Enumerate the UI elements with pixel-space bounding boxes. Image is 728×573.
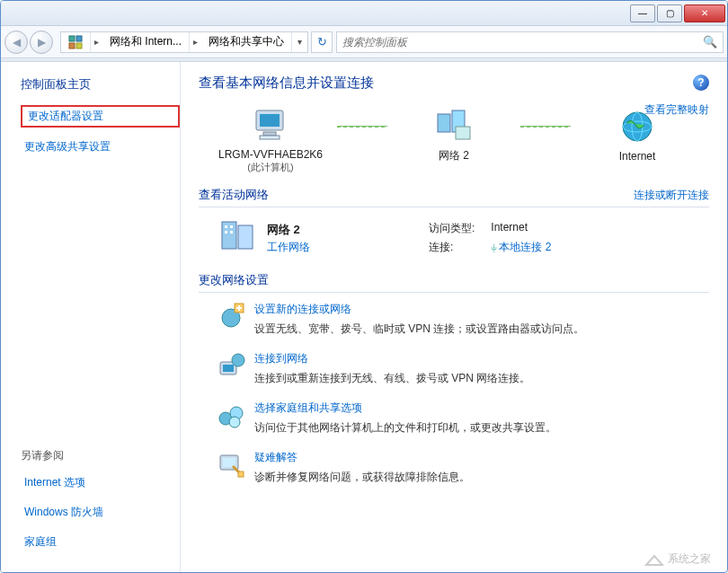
- window-title-bar: — ▢ ✕: [1, 1, 727, 26]
- svg-rect-6: [263, 132, 276, 136]
- task-desc: 诊断并修复网络问题，或获得故障排除信息。: [254, 469, 470, 485]
- node-internet-label: Internet: [619, 150, 656, 163]
- svg-rect-0: [69, 36, 75, 41]
- work-network-icon: [217, 216, 260, 260]
- connection-line: [337, 126, 387, 128]
- task-new-connection[interactable]: 设置新的连接或网络 设置无线、宽带、拨号、临时或 VPN 连接；或设置路由器或访…: [217, 302, 709, 337]
- svg-rect-15: [238, 225, 253, 249]
- chevron-right-icon: ▸: [190, 37, 201, 47]
- search-icon[interactable]: 🔍: [703, 35, 717, 48]
- troubleshoot-icon: [217, 450, 245, 479]
- network-map: LRGM-VVFHAEB2K6 (此计算机) 网络 2 Internet: [199, 105, 709, 174]
- chevron-right-icon: ▸: [91, 37, 102, 47]
- task-homegroup-sharing[interactable]: 选择家庭组和共享选项 访问位于其他网络计算机上的文件和打印机，或更改共享设置。: [217, 401, 709, 436]
- access-type-value: Internet: [491, 221, 551, 236]
- network-node-this-pc[interactable]: LRGM-VVFHAEB2K6 (此计算机): [208, 105, 333, 174]
- active-networks-title: 查看活动网络: [199, 187, 269, 203]
- internet-options-link[interactable]: Internet 选项: [21, 472, 180, 493]
- control-panel-home-link[interactable]: 控制面板主页: [21, 76, 180, 93]
- watermark: 系统之家: [644, 551, 711, 567]
- breadcrumb-item-sharing-center[interactable]: 网络和共享中心: [201, 32, 292, 52]
- access-type-label: 访问类型:: [429, 221, 475, 236]
- main-panel: ? 查看基本网络信息并设置连接 查看完整映射 LRGM-VVFHAEB2K6 (…: [181, 62, 727, 572]
- svg-rect-10: [456, 127, 470, 139]
- svg-rect-7: [260, 136, 280, 139]
- network-type-link[interactable]: 工作网络: [267, 240, 429, 255]
- windows-firewall-link[interactable]: Windows 防火墙: [21, 502, 180, 523]
- task-title: 设置新的连接或网络: [254, 302, 584, 317]
- task-desc: 设置无线、宽带、拨号、临时或 VPN 连接；或设置路由器或访问点。: [254, 321, 584, 337]
- svg-rect-18: [225, 231, 227, 234]
- breadcrumb[interactable]: ▸ 网络和 Intern... ▸ 网络和共享中心 ▾: [60, 31, 308, 53]
- svg-rect-14: [222, 222, 236, 249]
- svg-rect-5: [260, 114, 280, 127]
- refresh-button[interactable]: ↻: [311, 31, 333, 53]
- change-network-settings-header: 更改网络设置: [199, 272, 709, 293]
- task-title: 疑难解答: [254, 450, 470, 465]
- connect-disconnect-link[interactable]: 连接或断开连接: [634, 188, 709, 203]
- task-title: 选择家庭组和共享选项: [254, 401, 556, 416]
- new-connection-icon: [217, 302, 245, 331]
- node-pc-label: LRGM-VVFHAEB2K6: [218, 148, 323, 161]
- task-troubleshoot[interactable]: 疑难解答 诊断并修复网络问题，或获得故障排除信息。: [217, 450, 709, 485]
- computer-icon: [251, 105, 290, 145]
- navigation-bar: ◀ ▶ ▸ 网络和 Intern... ▸ 网络和共享中心 ▾ ↻ 🔍: [1, 26, 727, 58]
- svg-rect-1: [76, 36, 82, 41]
- search-box[interactable]: 🔍: [336, 31, 724, 53]
- homegroup-icon: [217, 401, 245, 429]
- breadcrumb-item-network[interactable]: 网络和 Intern...: [102, 32, 190, 52]
- connection-link[interactable]: ⏚本地连接 2: [491, 240, 551, 255]
- svg-rect-16: [225, 225, 227, 228]
- ethernet-icon: ⏚: [491, 241, 497, 253]
- svg-point-27: [229, 417, 240, 428]
- svg-rect-17: [230, 225, 233, 228]
- help-icon[interactable]: ?: [693, 75, 709, 91]
- content-area: 控制面板主页 更改适配器设置 更改高级共享设置 另请参阅 Internet 选项…: [1, 62, 727, 572]
- watermark-icon: [644, 552, 664, 567]
- minimize-button[interactable]: —: [630, 4, 655, 22]
- page-title: 查看基本网络信息并设置连接: [199, 75, 709, 92]
- back-button[interactable]: ◀: [4, 31, 28, 54]
- network-tasks-list: 设置新的连接或网络 设置无线、宽带、拨号、临时或 VPN 连接；或设置路由器或访…: [217, 302, 709, 485]
- connection-label: 连接:: [429, 240, 475, 255]
- change-advanced-sharing-link[interactable]: 更改高级共享设置: [21, 137, 180, 157]
- sidebar: 控制面板主页 更改适配器设置 更改高级共享设置 另请参阅 Internet 选项…: [1, 62, 181, 572]
- task-desc: 访问位于其他网络计算机上的文件和打印机，或更改共享设置。: [254, 419, 556, 436]
- forward-button[interactable]: ▶: [30, 31, 53, 54]
- svg-rect-2: [69, 43, 75, 48]
- svg-rect-19: [230, 231, 233, 234]
- active-network-name: 网络 2: [267, 222, 429, 238]
- svg-rect-8: [438, 114, 450, 132]
- internet-globe-icon: [617, 107, 657, 146]
- task-desc: 连接到或重新连接到无线、有线、拨号或 VPN 网络连接。: [254, 370, 530, 386]
- see-also-header: 另请参阅: [21, 448, 180, 463]
- task-title: 连接到网络: [254, 351, 530, 366]
- change-adapter-settings-link[interactable]: 更改适配器设置: [21, 105, 180, 128]
- network-node-network[interactable]: 网络 2: [391, 105, 517, 174]
- search-input[interactable]: [342, 36, 703, 48]
- homegroup-link[interactable]: 家庭组: [21, 532, 180, 552]
- node-pc-sublabel: (此计算机): [247, 161, 293, 174]
- chevron-down-icon[interactable]: ▾: [292, 37, 307, 47]
- svg-rect-30: [238, 472, 244, 477]
- task-connect-network[interactable]: 连接到网络 连接到或重新连接到无线、有线、拨号或 VPN 网络连接。: [217, 351, 709, 386]
- svg-point-24: [232, 354, 244, 366]
- active-networks-header: 查看活动网络 连接或断开连接: [199, 187, 709, 207]
- active-network-entry: 网络 2 工作网络 访问类型: Internet 连接: ⏚本地连接 2: [217, 216, 709, 260]
- svg-rect-3: [76, 43, 82, 48]
- close-button[interactable]: ✕: [684, 4, 725, 22]
- network-group-icon: [434, 105, 474, 145]
- node-network-label: 网络 2: [439, 148, 469, 163]
- connection-line: [520, 126, 571, 128]
- network-node-internet[interactable]: Internet: [574, 107, 700, 173]
- connect-network-icon: [217, 351, 245, 380]
- breadcrumb-root-icon[interactable]: [61, 32, 91, 52]
- svg-rect-23: [223, 365, 234, 372]
- maximize-button[interactable]: ▢: [657, 4, 682, 22]
